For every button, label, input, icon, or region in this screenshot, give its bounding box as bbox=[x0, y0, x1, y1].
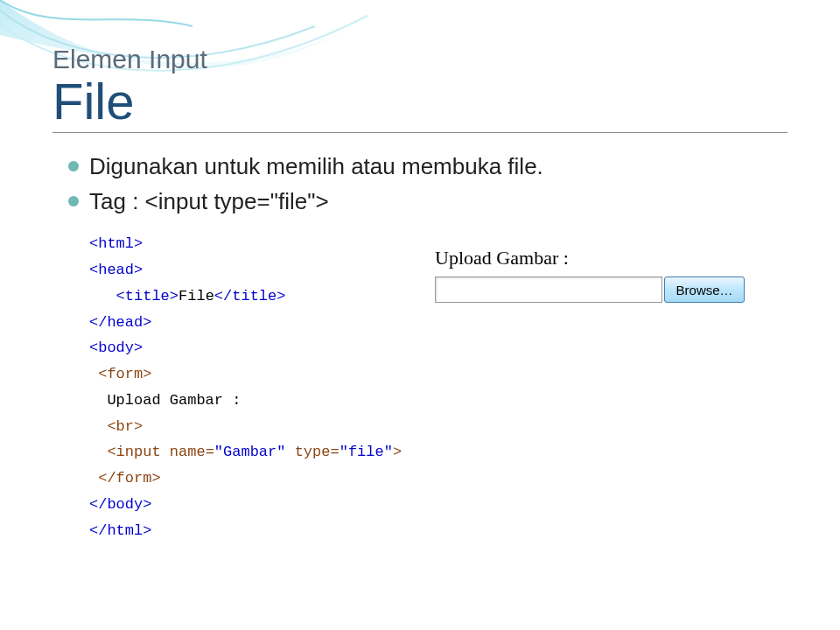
slide-title: File bbox=[52, 75, 788, 129]
output-preview: Upload Gambar : Browse… bbox=[435, 231, 745, 543]
browse-button[interactable]: Browse… bbox=[664, 276, 745, 303]
file-input-row: Browse… bbox=[435, 276, 745, 303]
bullet-item: Tag : <input type="file"> bbox=[68, 184, 788, 219]
title-divider bbox=[52, 132, 788, 133]
bullet-item: Digunakan untuk memilih atau membuka fil… bbox=[68, 149, 788, 184]
upload-label: Upload Gambar : bbox=[435, 247, 745, 270]
slide-pretitle: Elemen Input bbox=[52, 44, 788, 75]
code-sample: <html> <head> <title>File</title> </head… bbox=[52, 231, 402, 543]
bullet-list: Digunakan untuk memilih atau membuka fil… bbox=[52, 149, 788, 220]
file-path-field[interactable] bbox=[435, 276, 662, 303]
